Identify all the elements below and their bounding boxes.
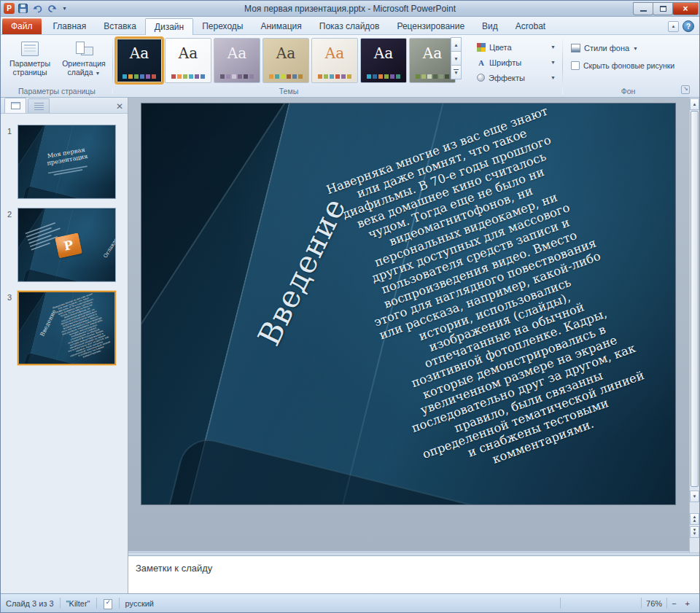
slide-3-thumbnail-selected[interactable]: Введение Наверняка многие из вас еще зна… bbox=[18, 291, 116, 365]
tab-review[interactable]: Рецензирование bbox=[388, 18, 473, 34]
slide-orientation-button[interactable]: Ориентация слайда ▼ bbox=[58, 38, 110, 85]
slide-1-thumbnail[interactable]: Моя первая презентация bbox=[18, 125, 116, 199]
slide-number: 1 bbox=[7, 127, 12, 136]
save-icon[interactable] bbox=[17, 2, 29, 15]
tab-home[interactable]: Главная bbox=[44, 18, 96, 34]
background-styles-button[interactable]: Стили фона ▼ bbox=[571, 41, 638, 55]
help-icon[interactable]: ? bbox=[682, 20, 694, 32]
slides-panel: ✕ 1 Моя первая презентация 2 bbox=[1, 98, 128, 593]
minimize-button[interactable] bbox=[633, 2, 653, 15]
status-bar: Слайд 3 из 3 "Kilter" русский 76% − + bbox=[1, 593, 699, 612]
dropdown-arrow-icon: ▼ bbox=[96, 71, 101, 76]
close-panel-icon[interactable]: ✕ bbox=[116, 103, 123, 110]
background-dialog-launcher-icon[interactable] bbox=[681, 85, 690, 94]
slide-1-mini-canvas: Моя первая презентация bbox=[18, 125, 115, 198]
theme-tile[interactable]: Aa bbox=[214, 38, 260, 83]
dropdown-arrow-icon: ▼ bbox=[551, 44, 556, 50]
slide-3-mini-canvas: Введение Наверняка многие из вас еще зна… bbox=[19, 292, 116, 365]
quick-access-toolbar: P ▾ bbox=[1, 2, 69, 15]
group-label-background: Фон bbox=[564, 87, 693, 95]
view-normal-button[interactable] bbox=[565, 596, 580, 610]
scroll-down-icon[interactable]: ▼ bbox=[690, 491, 699, 502]
page-setup-button[interactable]: Параметры страницы bbox=[4, 38, 56, 85]
group-label-page-setup: Параметры страницы bbox=[2, 87, 112, 95]
group-label-themes: Темы bbox=[114, 87, 464, 95]
tab-file[interactable]: Файл bbox=[2, 18, 42, 34]
tab-design[interactable]: Дизайн bbox=[145, 18, 193, 35]
undo-icon[interactable] bbox=[31, 2, 44, 15]
slide-background: Введение Наверняка многие из вас еще зна… bbox=[141, 104, 675, 504]
qat-customize-dropdown-icon[interactable]: ▾ bbox=[61, 2, 69, 15]
dropdown-arrow-icon: ▼ bbox=[551, 75, 556, 80]
ribbon-tab-bar: Файл Главная Вставка Дизайн Переходы Ани… bbox=[1, 17, 699, 35]
gallery-scroll-up-icon[interactable]: ▲ bbox=[451, 37, 462, 52]
theme-fonts-button[interactable]: A Шрифты ▼ bbox=[473, 55, 559, 70]
powerpoint-window: P ▾ Моя первая призентация.pptx - Micros… bbox=[0, 0, 700, 613]
slide-editor-area: Введение Наверняка многие из вас еще зна… bbox=[128, 98, 689, 551]
slide-2-mini-canvas: P Оглавление bbox=[18, 208, 115, 281]
theme-tile[interactable]: Aa bbox=[116, 38, 163, 83]
effects-icon bbox=[477, 74, 485, 82]
scroll-up-icon[interactable]: ▲ bbox=[690, 98, 699, 110]
view-slideshow-button[interactable] bbox=[622, 596, 637, 610]
theme-tile[interactable]: Aa bbox=[262, 38, 309, 83]
tab-outline[interactable] bbox=[28, 98, 50, 113]
tab-acrobat[interactable]: Acrobat bbox=[507, 18, 554, 34]
vertical-scrollbar[interactable]: ▲ ▼ ▲▲ ▼▼ bbox=[689, 98, 699, 553]
view-reading-button[interactable] bbox=[603, 596, 618, 610]
theme-tile[interactable]: Aa bbox=[165, 38, 211, 83]
theme-effects-button[interactable]: Эффекты ▼ bbox=[473, 70, 559, 85]
group-background: Стили фона ▼ Скрыть фоновые рисунки Фон bbox=[564, 35, 693, 97]
minimize-ribbon-icon[interactable]: ▲ bbox=[668, 21, 679, 32]
maximize-button[interactable] bbox=[653, 2, 673, 15]
themes-gallery-scroll: ▲ ▼ ▼ bbox=[451, 38, 462, 79]
tab-slides-thumbnails[interactable] bbox=[4, 98, 26, 113]
slide-canvas[interactable]: Введение Наверняка многие из вас еще зна… bbox=[141, 103, 676, 505]
group-page-setup: Параметры страницы Ориентация слайда ▼ П… bbox=[2, 35, 112, 97]
tab-view[interactable]: Вид bbox=[473, 18, 507, 34]
slide-counter: Слайд 3 из 3 bbox=[6, 599, 54, 608]
theme-colors-button[interactable]: Цвета ▼ bbox=[473, 39, 559, 55]
close-button[interactable]: × bbox=[672, 2, 699, 15]
window-title: Моя первая призентация.pptx - Microsoft … bbox=[1, 4, 699, 14]
slides-panel-tabs: ✕ bbox=[1, 98, 128, 114]
slide-number: 2 bbox=[7, 210, 12, 219]
ribbon-design: Параметры страницы Ориентация слайда ▼ П… bbox=[1, 35, 699, 98]
dropdown-arrow-icon: ▼ bbox=[551, 60, 556, 65]
zoom-level[interactable]: 76% bbox=[646, 599, 662, 608]
view-sorter-button[interactable] bbox=[584, 596, 599, 610]
window-buttons: × bbox=[634, 2, 699, 15]
notes-placeholder: Заметки к слайду bbox=[136, 563, 212, 574]
next-slide-icon[interactable]: ▼▼ bbox=[690, 526, 699, 538]
tab-transitions[interactable]: Переходы bbox=[193, 18, 252, 34]
titlebar: P ▾ Моя первая призентация.pptx - Micros… bbox=[1, 1, 699, 17]
redo-icon[interactable] bbox=[46, 2, 58, 15]
theme-tile[interactable]: Aa bbox=[311, 38, 358, 83]
slides-tab-icon bbox=[11, 102, 20, 109]
gallery-scroll-down-icon[interactable]: ▼ bbox=[451, 51, 462, 66]
gallery-more-icon[interactable]: ▼ bbox=[451, 65, 462, 79]
notes-pane[interactable]: Заметки к слайду bbox=[128, 556, 699, 593]
theme-options: Цвета ▼ A Шрифты ▼ Эффекты ▼ bbox=[473, 39, 559, 85]
app-icon[interactable]: P bbox=[4, 3, 15, 14]
slide-orientation-icon bbox=[74, 41, 93, 57]
slide-2-thumbnail[interactable]: P Оглавление bbox=[18, 208, 116, 282]
page-setup-icon bbox=[21, 42, 39, 56]
theme-tile[interactable]: Aa bbox=[409, 38, 456, 83]
spell-check-icon[interactable] bbox=[103, 598, 113, 609]
theme-tile[interactable]: Aa bbox=[360, 38, 407, 83]
language-indicator[interactable]: русский bbox=[125, 599, 154, 608]
tab-slideshow[interactable]: Показ слайдов bbox=[311, 18, 389, 34]
hide-background-checkbox[interactable] bbox=[571, 61, 580, 70]
theme-name: "Kilter" bbox=[66, 599, 90, 608]
zoom-in-icon[interactable]: + bbox=[685, 599, 690, 608]
previous-slide-icon[interactable]: ▲▲ bbox=[690, 513, 699, 525]
zoom-out-icon[interactable]: − bbox=[672, 599, 676, 608]
tab-animations[interactable]: Анимация bbox=[252, 18, 310, 34]
background-styles-icon bbox=[571, 44, 580, 52]
hide-background-graphics-row: Скрыть фоновые рисунки bbox=[571, 58, 674, 73]
tab-insert[interactable]: Вставка bbox=[95, 18, 145, 34]
colors-icon bbox=[477, 43, 486, 52]
scrollbar-thumb[interactable] bbox=[691, 111, 699, 487]
themes-gallery: AaAaAaAaAaAaAa bbox=[116, 38, 456, 83]
